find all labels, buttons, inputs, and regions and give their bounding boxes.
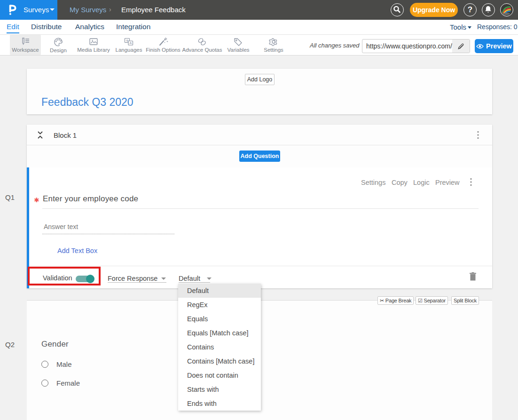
svg-text:A: A — [129, 41, 132, 45]
